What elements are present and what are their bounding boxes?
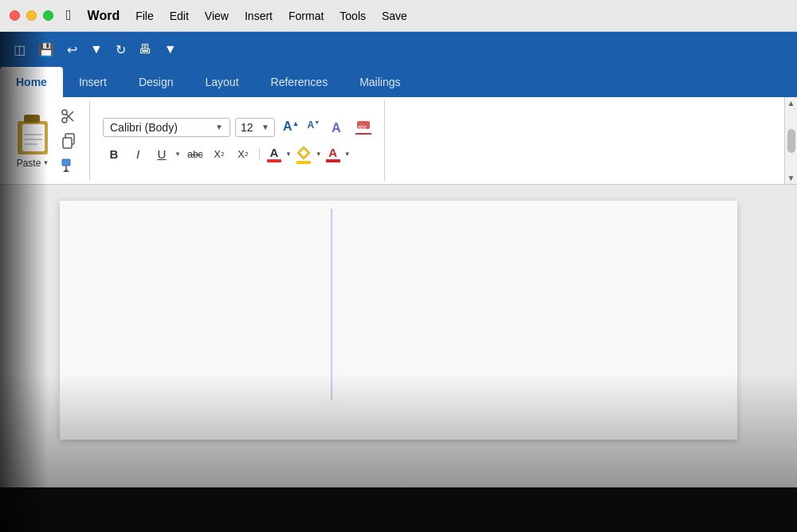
paste-label-area[interactable]: Paste ▼ [17, 158, 49, 169]
subscript-num: 2 [221, 151, 224, 158]
formatting-row: B I U ▼ abc X2 X2 [103, 144, 375, 165]
underline-dropdown[interactable]: ▼ [175, 151, 181, 158]
maximize-button[interactable] [43, 10, 53, 21]
save-icon[interactable]: 💾 [34, 39, 58, 61]
clipboard-section: Paste ▼ [6, 100, 90, 181]
font-color-icon: A [270, 146, 279, 159]
paste-dropdown-icon: ▼ [42, 159, 49, 166]
font-color-red-icon: A [328, 146, 337, 159]
grow-font-button[interactable]: A▲ [280, 118, 302, 135]
word-app: ◫ 💾 ↩ ▼ ↻ 🖶 ▼ Home Insert Design [0, 32, 797, 532]
redo-icon[interactable]: ↻ [112, 39, 130, 61]
sidebar-toggle-icon[interactable]: ◫ [10, 39, 29, 61]
traffic-lights [10, 10, 53, 21]
font-name-size-row: Calibri (Body) ▼ 12 ▼ A▲ A▼ [103, 117, 375, 138]
font-name-dropdown[interactable]: Calibri (Body) ▼ [103, 118, 230, 137]
highlight-color-dropdown[interactable]: ▼ [316, 151, 322, 158]
undo-dropdown-icon[interactable]: ▼ [86, 39, 107, 60]
font-size-arrow: ▼ [261, 123, 269, 131]
paste-button[interactable] [16, 113, 49, 155]
ribbon-content: Paste ▼ [0, 97, 797, 185]
minimize-button[interactable] [26, 10, 37, 21]
ribbon-scroll-up[interactable]: ▲ [787, 99, 795, 108]
highlight-color-bar [296, 161, 311, 164]
tab-insert[interactable]: Insert [63, 67, 123, 97]
superscript-num: 2 [245, 151, 248, 158]
tab-references[interactable]: References [255, 67, 344, 97]
more-icon[interactable]: ▼ [160, 39, 181, 60]
save-menu[interactable]: Save [375, 8, 414, 24]
document-cursor-line [331, 209, 332, 400]
format-painter-button[interactable] [57, 156, 80, 175]
font-name-arrow: ▼ [215, 123, 223, 131]
copy-button[interactable] [57, 131, 80, 151]
font-size-value: 12 [241, 121, 253, 134]
tab-design[interactable]: Design [123, 67, 190, 97]
paste-label: Paste [17, 158, 41, 169]
file-menu[interactable]: File [129, 8, 160, 24]
document-page[interactable] [60, 201, 737, 440]
font-color-button[interactable]: A [265, 145, 284, 163]
mac-menubar:  Word File Edit View Insert Format Tool… [0, 0, 797, 32]
italic-button[interactable]: I [127, 144, 149, 165]
clear-formatting-button[interactable]: abc [352, 117, 375, 138]
svg-rect-6 [62, 159, 70, 166]
text-effects-group: A [328, 117, 375, 138]
insert-menu[interactable]: Insert [238, 8, 279, 24]
clipboard-small-buttons [57, 100, 80, 181]
ribbon-scrollbar: ▲ ▼ [784, 97, 797, 184]
strikethrough-button[interactable]: abc [184, 144, 206, 165]
font-color-dropdown[interactable]: ▼ [285, 151, 292, 158]
document-area[interactable] [0, 185, 797, 487]
shrink-font-button[interactable]: A▼ [304, 118, 323, 135]
cut-button[interactable] [57, 107, 80, 126]
font-size-controls: A▲ A▼ [280, 118, 323, 135]
view-menu[interactable]: View [198, 8, 235, 24]
svg-rect-5 [63, 138, 72, 148]
font-color-red-bar [326, 159, 340, 162]
font-size-dropdown[interactable]: 12 ▼ [235, 118, 275, 137]
tab-layout[interactable]: Layout [190, 67, 255, 97]
word-app-menu[interactable]: Word [81, 7, 127, 25]
tab-mailings[interactable]: Mailings [344, 67, 416, 97]
font-section: Calibri (Body) ▼ 12 ▼ A▲ A▼ [93, 100, 385, 181]
font-color-red-dropdown[interactable]: ▼ [344, 151, 351, 158]
formatting-separator [259, 148, 260, 161]
undo-icon[interactable]: ↩ [63, 39, 81, 61]
underline-button[interactable]: U [151, 144, 173, 165]
svg-text:abc: abc [358, 124, 367, 130]
subscript-button[interactable]: X2 [208, 144, 230, 165]
ribbon-scroll-thumb [787, 129, 795, 153]
font-color-red-button[interactable]: A [324, 145, 343, 163]
svg-marker-8 [63, 169, 69, 172]
highlight-icon [296, 145, 312, 161]
print-icon[interactable]: 🖶 [135, 39, 155, 60]
ribbon-scroll-down[interactable]: ▼ [787, 174, 795, 182]
highlight-color-button[interactable] [293, 144, 314, 165]
quick-access-toolbar: ◫ 💾 ↩ ▼ ↻ 🖶 ▼ [0, 32, 797, 67]
ribbon-tabs: Home Insert Design Layout References Mai… [0, 67, 797, 97]
tools-menu[interactable]: Tools [333, 8, 372, 24]
tab-home[interactable]: Home [0, 67, 63, 97]
apple-menu[interactable]:  [66, 7, 72, 24]
ribbon-container: ◫ 💾 ↩ ▼ ↻ 🖶 ▼ Home Insert Design [0, 32, 797, 97]
font-color-bar [267, 159, 281, 162]
font-name-value: Calibri (Body) [110, 121, 178, 134]
superscript-button[interactable]: X2 [232, 144, 254, 165]
text-effects-button[interactable]: A [328, 117, 350, 138]
format-menu[interactable]: Format [282, 8, 330, 24]
bold-button[interactable]: B [103, 144, 125, 165]
close-button[interactable] [10, 10, 20, 21]
edit-menu[interactable]: Edit [163, 8, 195, 24]
svg-text:A: A [332, 121, 341, 135]
